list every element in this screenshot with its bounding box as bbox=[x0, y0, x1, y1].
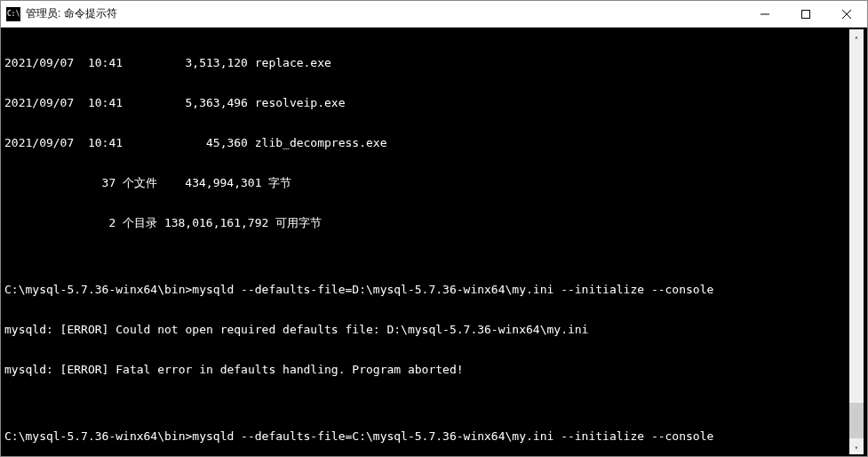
terminal-line: 37 个文件 434,994,301 字节 bbox=[4, 176, 849, 189]
terminal-line: 2021/09/07 10:41 5,363,496 resolveip.exe bbox=[4, 96, 849, 109]
terminal-body[interactable]: 2021/09/07 10:41 3,513,120 replace.exe 2… bbox=[1, 28, 867, 456]
window-title: 管理员: 命令提示符 bbox=[26, 6, 745, 21]
terminal-line: 2021/09/07 10:41 45,360 zlib_decompress.… bbox=[4, 136, 849, 149]
close-button[interactable] bbox=[826, 1, 867, 27]
minimize-button[interactable] bbox=[745, 1, 785, 27]
app-icon: C:\ bbox=[6, 7, 20, 21]
scrollbar-thumb[interactable] bbox=[849, 403, 864, 438]
maximize-button[interactable] bbox=[785, 1, 826, 27]
terminal-line: mysqld: [ERROR] Could not open required … bbox=[4, 323, 849, 336]
titlebar[interactable]: C:\ 管理员: 命令提示符 bbox=[1, 1, 867, 28]
vertical-scrollbar[interactable]: ▴ ▾ bbox=[849, 29, 864, 454]
svg-rect-1 bbox=[802, 10, 810, 18]
terminal-content[interactable]: 2021/09/07 10:41 3,513,120 replace.exe 2… bbox=[4, 29, 849, 454]
terminal-line: C:\mysql-5.7.36-winx64\bin>mysqld --defa… bbox=[4, 429, 849, 443]
window-controls bbox=[745, 1, 867, 27]
scroll-down-arrow-icon[interactable]: ▾ bbox=[849, 440, 864, 454]
terminal-line: C:\mysql-5.7.36-winx64\bin>mysqld --defa… bbox=[4, 283, 849, 296]
scroll-up-arrow-icon[interactable]: ▴ bbox=[849, 29, 864, 44]
terminal-line: 2021/09/07 10:41 3,513,120 replace.exe bbox=[4, 56, 849, 69]
command-prompt-window: C:\ 管理员: 命令提示符 2021/09/07 10:41 3,513,12… bbox=[0, 0, 868, 457]
terminal-line: 2 个目录 138,016,161,792 可用字节 bbox=[4, 216, 849, 229]
terminal-line: mysqld: [ERROR] Fatal error in defaults … bbox=[4, 363, 849, 376]
cmd-icon: C:\ bbox=[7, 10, 20, 18]
